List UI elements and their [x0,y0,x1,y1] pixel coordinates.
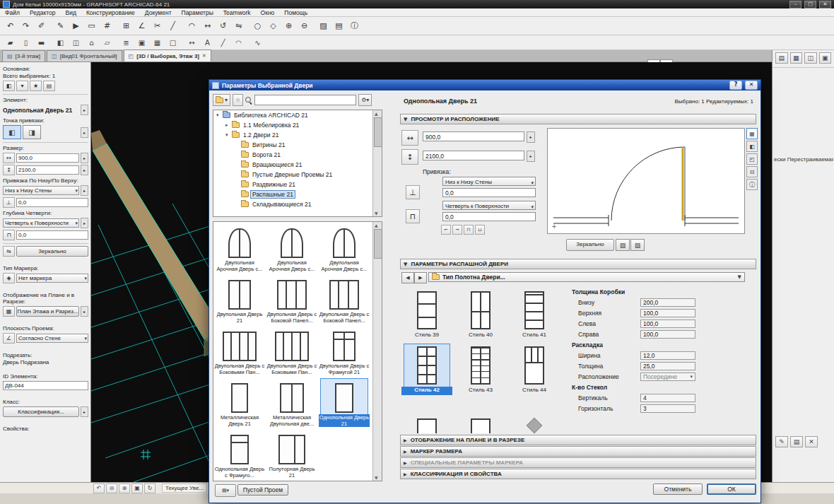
menu-help[interactable]: Помощь [279,9,312,16]
parameter-value-field[interactable]: 25,0 [640,362,695,370]
object-tool-icon[interactable]: ▣ [134,35,149,49]
door-tool-icon[interactable]: ◧ [53,35,68,49]
undo-icon[interactable]: ↶ [3,19,18,33]
door-width-field[interactable]: 900,0 [16,153,79,163]
zone-tool-icon[interactable]: □ [165,35,180,49]
hatch-icon[interactable]: ▨ [316,19,331,33]
menu-design[interactable]: Конструирование [81,9,140,16]
section-dimension-marker[interactable]: МАРКЕР РАЗМЕРА [400,446,756,457]
door-thumbnail[interactable]: Металлическая Двупольная две... [266,377,318,428]
parameter-value-field[interactable]: 3 [640,404,695,413]
text-tool-icon[interactable]: A [200,35,215,49]
info-box-options-icon[interactable]: ▤ [43,81,55,91]
menu-window[interactable]: Окно [256,9,280,16]
door-tool-current-icon[interactable]: ◧ [3,81,15,91]
door-thumbnail[interactable]: Однопольная Дверь 21 [318,377,370,428]
dimension-tool-icon[interactable]: ↔ [184,35,199,49]
zoom-level-dropdown[interactable]: Текущее Уве... [162,484,207,493]
delete-icon[interactable]: ✕ [805,436,818,447]
line-tool-icon[interactable]: ╱ [216,35,230,49]
reveal-flyout-icon[interactable] [81,218,88,228]
cancel-button[interactable]: Отменить [653,484,703,495]
anchor-center-icon[interactable]: ◨ [23,125,41,139]
roof-tool-icon[interactable]: ⌂ [84,35,99,49]
anchor-flyout-icon[interactable] [81,127,88,138]
door-thumbnail[interactable]: Двупольная Дверь с Боковыми Пан... [266,325,318,377]
anchor-sill-icon[interactable]: ⊔ [475,225,485,235]
twisty-icon[interactable]: ▾ [225,132,232,138]
beam-tool-icon[interactable]: ▬ [34,35,49,49]
close-icon[interactable]: ✕ [819,1,831,8]
door-thumbnail[interactable]: Металлическая Дверь 21 [213,377,266,428]
twisty-icon[interactable]: ▸ [225,122,232,128]
sill-height-field[interactable]: 0,0 [16,198,88,207]
leaf-style[interactable] [507,397,561,433]
tree-scrollbar[interactable] [372,110,382,216]
slab-tool-icon[interactable]: ▱ [100,35,114,49]
minimize-icon[interactable]: – [789,1,801,8]
menu-teamwork[interactable]: Teamwork [218,9,256,16]
door-thumbnail[interactable]: Полуторная Дверь 21 [266,428,318,480]
plan-view-icon[interactable]: ▦ [746,128,758,139]
edit-icon[interactable]: ✎ [775,436,788,447]
door-plan-preview[interactable] [547,128,745,234]
opening-plane-dropdown[interactable]: Согласно Стене [16,334,88,343]
mesh-tool-icon[interactable]: ▦ [150,35,165,49]
scrollbar-thumb[interactable] [374,117,382,147]
parameter-value-field[interactable]: 200,0 [640,298,695,307]
move-icon[interactable]: ↔ [200,19,215,33]
fit-view-icon[interactable]: ▣ [131,484,143,493]
favorites-icon[interactable]: ★ [30,81,42,91]
snap-points-icon[interactable]: ⊞ [119,19,134,33]
arc-tool-icon[interactable]: ◠ [231,35,246,49]
favorites-star-icon[interactable]: ☆ [233,94,243,106]
navigator-icon[interactable]: ▦ [790,52,803,64]
redo-icon[interactable]: ↷ [18,19,33,33]
leaf-style[interactable]: Стиль 40 [454,286,507,341]
prev-page-icon[interactable]: ◀ [401,272,414,283]
page-icon[interactable]: ▤ [790,436,803,447]
reveal-dropdown[interactable]: Четверть к Поверхности [442,201,536,210]
leaf-style[interactable]: Стиль 41 [507,286,561,341]
classification-flyout-icon[interactable] [81,406,88,417]
width-flyout-icon[interactable] [81,153,88,163]
organizer-icon[interactable]: ◫ [804,52,817,64]
tree-item-library-root[interactable]: ▾ Библиотека ARCHICAD 21 [213,110,382,120]
maximize-icon[interactable]: □ [804,1,816,8]
mirror-tool-icon[interactable]: ⇋ [231,19,246,33]
ok-button[interactable]: ОК [707,484,756,495]
marquee-tool-icon[interactable]: ▭ [84,19,99,33]
leaf-style[interactable] [400,397,454,433]
guide-lines-icon[interactable]: ∠ [134,19,149,33]
width-flyout-icon[interactable] [527,131,535,143]
leaf-style[interactable]: Стиль 43 [454,341,507,397]
anchor-dropdown[interactable]: Низ к Низу Стены [442,177,536,186]
section-plan-and-section[interactable]: ОТОБРАЖЕНИЕ НА ПЛАНЕ И В РАЗРЕЗЕ [400,435,756,445]
door-thumbnail[interactable]: Двупольная Дверь с Фрамугой 21 [318,325,370,377]
leaf-style[interactable]: Стиль 42 [400,341,454,397]
anchor-left-jamb-icon[interactable]: ⌐ [441,225,451,235]
tree-item-sliding[interactable]: Раздвижные 21 [213,180,382,189]
display-flyout-icon[interactable] [81,306,88,317]
section-preview-position[interactable]: ПРОСМОТР И РАСПОЛОЖЕНИЕ [400,114,756,124]
door-thumbnail[interactable]: Двупольная Дверь с Боковыми Пан... [213,325,266,377]
twisty-icon[interactable]: ▾ [216,112,223,118]
parameter-value-field[interactable]: 100,0 [640,320,695,328]
close-tab-icon[interactable] [202,53,206,59]
menu-document[interactable]: Документ [140,9,177,16]
quick-options-icon[interactable]: ▤ [775,52,788,64]
door-thumbnail[interactable]: Двупольная Дверь с Боковой Панел... [318,274,370,325]
classification-button[interactable]: Классификация... [3,406,79,417]
popup-navigator-icon[interactable]: ▣ [819,52,832,64]
door-width-field[interactable]: 900,0 [423,131,524,141]
parameter-value-field[interactable]: 100,0 [640,330,695,339]
vertical-anchor-dropdown[interactable]: Низ к Низу Стены [3,186,79,195]
parameter-value-field[interactable]: 100,0 [640,309,695,317]
reveal-dropdown[interactable]: Четверть к Поверхности [3,218,79,228]
parameter-value-field[interactable]: 4 [640,394,695,402]
height-flyout-icon[interactable] [527,151,535,162]
window-tool-icon[interactable]: ◫ [69,35,83,49]
tree-item-doors[interactable]: ▾ 1.2 Двери 21 [213,130,382,140]
wall-tool-icon[interactable]: ▰ [3,35,18,49]
tab-floor-3[interactable]: ▤ [3-й этаж] [2,50,45,61]
